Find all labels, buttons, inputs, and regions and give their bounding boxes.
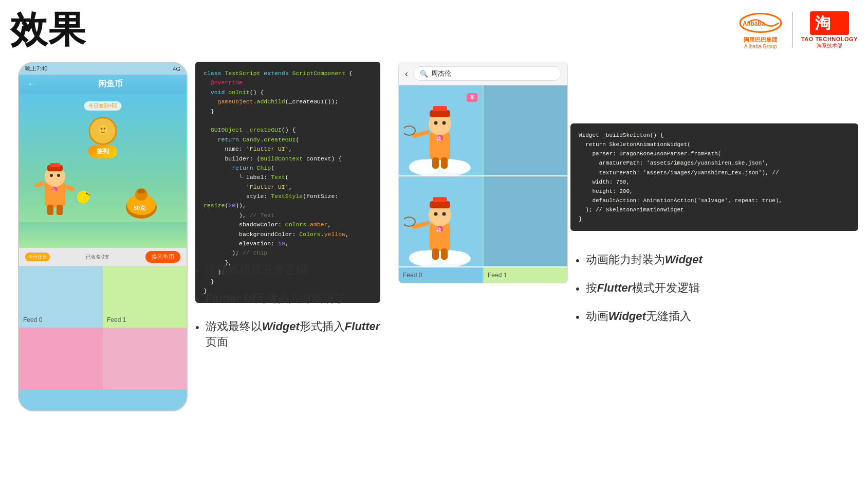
left-feed-label-1: Feed 1 [107, 316, 126, 324]
right-code-block: Widget _buildSkeleton() { return Skeleto… [570, 123, 858, 231]
logo-divider [792, 12, 793, 48]
svg-point-51 [442, 212, 446, 216]
right-img-cell-2 [484, 85, 567, 175]
svg-point-55 [404, 217, 415, 226]
treasure-bag: 50克 [122, 184, 161, 222]
svg-text:Alibaba: Alibaba [743, 20, 765, 27]
svg-point-50 [434, 212, 438, 216]
left-feed-cell-0: Feed 0 [19, 266, 103, 328]
bullet-text-2: 游戏最终以Widget形式插入Flutter页面 [206, 319, 391, 351]
bullets-right: • 动画能力封装为Widget • 按Flutter模式开发逻辑 • 动画Wid… [576, 252, 863, 336]
treasure-bag-svg: 50克 [122, 184, 161, 220]
svg-text:花: 花 [436, 136, 441, 141]
bullet-left-1: • Flutter UI无缝插入游戏场景 [195, 291, 391, 308]
bullet-right-text-2: 动画Widget无缝插入 [586, 309, 691, 325]
logo-area: Alibaba 阿里巴巴集团 Alibaba Group 淘 TAO TECHN… [737, 10, 858, 49]
left-phone-mockup: 晚上7:40 4G ← 闲鱼币 今日签到+50 签到 [18, 62, 188, 411]
left-feed-cell-pink2 [103, 328, 187, 389]
right-phone-search-bar: ‹ 🔍 周杰伦 [399, 62, 567, 85]
svg-text:淘: 淘 [815, 14, 830, 31]
right-back-arrow-icon[interactable]: ‹ [405, 68, 408, 79]
phone-bottom-bar: 今日任务 已收集0支 换闲鱼币 [19, 248, 187, 266]
sign-button[interactable]: 签到 [88, 145, 117, 158]
svg-rect-57 [441, 248, 448, 260]
alibaba-logo: Alibaba 阿里巴巴集团 Alibaba Group [737, 10, 784, 49]
svg-rect-16 [57, 205, 63, 215]
bullet-dot-2: • [195, 320, 199, 336]
svg-rect-15 [47, 205, 53, 215]
search-icon: 🔍 [420, 70, 428, 78]
right-image-grid-bottom: 花 [399, 176, 567, 266]
svg-rect-54 [412, 221, 430, 229]
svg-point-5 [100, 128, 102, 130]
duck-icon [76, 189, 91, 207]
svg-text:花: 花 [436, 227, 441, 232]
svg-point-6 [103, 128, 105, 130]
bullet-right-1: • 按Flutter模式开发逻辑 [576, 280, 863, 297]
duck-svg [76, 189, 91, 205]
svg-rect-33 [430, 110, 450, 117]
exchange-button[interactable]: 换闲鱼币 [145, 251, 180, 263]
svg-point-36 [442, 121, 446, 125]
bullet-right-0: • 动画能力封装为Widget [576, 252, 863, 269]
right-character-svg-2: 花 [404, 187, 476, 266]
right-feed-label-0: Feed 0 [403, 272, 422, 279]
alibaba-group-text: Alibaba Group [744, 44, 777, 49]
coin-face-icon [95, 123, 110, 139]
bullet-right-text-1: 按Flutter模式开发逻辑 [586, 280, 700, 296]
phone-time: 晚上7:40 [25, 65, 47, 73]
phone-signal: 4G [173, 66, 180, 72]
bullet-left-2: • 游戏最终以Widget形式插入Flutter页面 [195, 319, 391, 351]
bullet-dot-0: • [195, 263, 199, 279]
svg-rect-26 [138, 189, 145, 193]
phone-game-area: 今日签到+50 签到 [19, 94, 187, 248]
right-bottom-feed: Feed 0 Feed 1 [399, 267, 567, 283]
svg-rect-42 [441, 157, 448, 169]
svg-text:50克: 50克 [134, 205, 146, 211]
svg-rect-21 [87, 194, 90, 195]
search-text: 周杰伦 [431, 69, 451, 78]
sign-badge: 今日签到+50 [84, 101, 122, 111]
task-label: 今日任务 [28, 254, 47, 260]
collected-label: 已收集0支 [86, 254, 109, 261]
search-box[interactable]: 🔍 周杰伦 [413, 66, 561, 81]
bullet-right-2: • 动画Widget无缝插入 [576, 309, 863, 326]
right-img-cell-1: 花 花 [399, 85, 483, 175]
bullet-right-dot-0: • [576, 253, 580, 269]
right-img-cell-3: 花 [399, 176, 483, 266]
phone-back-arrow-icon[interactable]: ← [27, 79, 36, 89]
bullet-text-0: 按游戏模式开发逻辑 [206, 262, 307, 278]
svg-rect-48 [430, 201, 450, 208]
tao-tech-icon: 淘 [809, 10, 850, 36]
svg-text:花: 花 [52, 188, 56, 192]
svg-point-22 [86, 193, 88, 194]
svg-rect-56 [432, 248, 439, 260]
bullet-left-0: • 按游戏模式开发逻辑 [195, 262, 391, 279]
svg-rect-39 [412, 130, 430, 138]
svg-rect-49 [433, 197, 447, 202]
svg-point-11 [50, 174, 53, 177]
right-img-cell-4 [484, 176, 567, 266]
right-feed-label-1: Feed 1 [488, 272, 507, 279]
left-feed-grid: Feed 0 Feed 1 [19, 266, 187, 389]
left-feed-cell-pink1 [19, 328, 103, 389]
alibaba-cn-text: 阿里巴巴集团 [744, 36, 778, 44]
ground [19, 222, 187, 248]
svg-rect-10 [50, 163, 60, 167]
alibaba-icon: Alibaba [737, 10, 784, 36]
right-character-svg-1: 花 [404, 96, 476, 175]
right-feed-cell-0: Feed 0 [399, 267, 483, 283]
svg-point-12 [57, 174, 60, 177]
phone-header-title: 闲鱼币 [43, 79, 178, 89]
svg-rect-34 [433, 106, 447, 111]
character-svg-left: 花 [32, 161, 78, 218]
bullet-right-dot-2: • [576, 310, 580, 326]
right-phone-area: Demo ‹ 🔍 周杰伦 [398, 62, 568, 283]
coin-circle [89, 117, 117, 145]
flower-badge-1: 花 [467, 93, 477, 102]
left-feed-label-0: Feed 0 [23, 316, 42, 324]
tao-tech-cn-text: 淘系技术部 [817, 42, 842, 49]
bullet-right-dot-1: • [576, 281, 580, 297]
task-icon[interactable]: 今日任务 [25, 253, 50, 261]
bullet-dot-1: • [195, 292, 199, 308]
